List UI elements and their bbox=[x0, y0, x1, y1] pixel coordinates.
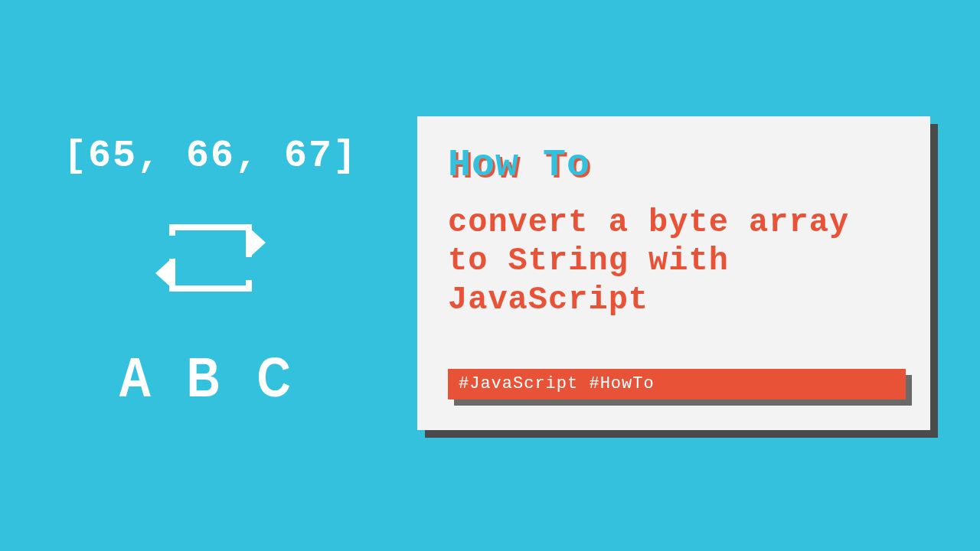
illustration-panel: [65, 66, 67] A B C bbox=[57, 134, 364, 409]
svg-rect-0 bbox=[172, 227, 249, 289]
tag-bar: #JavaScript #HowTo bbox=[448, 369, 906, 399]
svg-rect-4 bbox=[246, 257, 252, 280]
svg-marker-2 bbox=[155, 258, 172, 289]
output-string-text: A B C bbox=[119, 346, 303, 409]
byte-array-text: [65, 66, 67] bbox=[64, 134, 358, 178]
svg-marker-1 bbox=[249, 227, 266, 258]
title-card: How To convert a byte array to String wi… bbox=[417, 116, 930, 430]
convert-cycle-icon bbox=[149, 216, 272, 308]
kicker-text: How To bbox=[448, 143, 900, 187]
svg-rect-3 bbox=[169, 236, 175, 259]
title-text: convert a byte array to String with Java… bbox=[448, 204, 900, 319]
